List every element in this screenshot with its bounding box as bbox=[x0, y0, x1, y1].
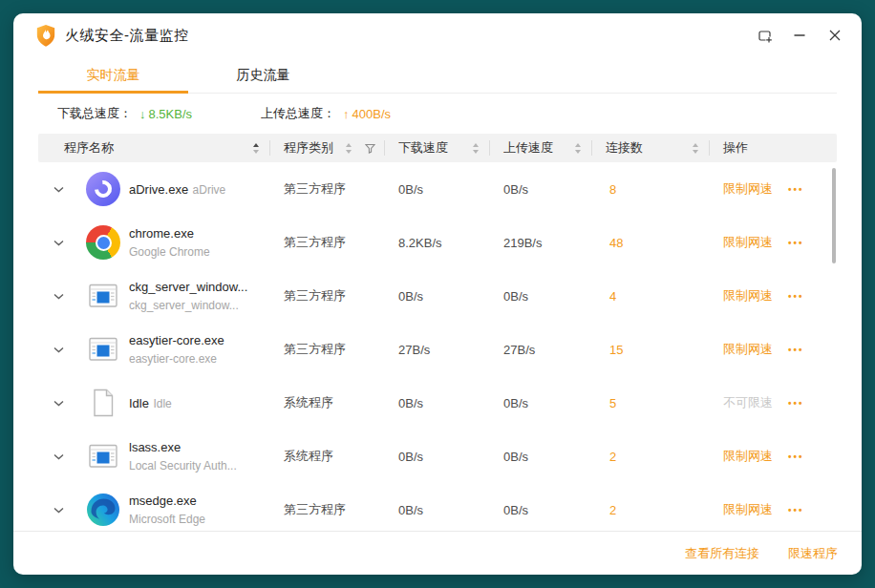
upload-total: 上传总速度： ↑ 400B/s bbox=[261, 105, 391, 122]
generic-app-icon bbox=[86, 439, 120, 473]
sort-icon[interactable] bbox=[575, 143, 581, 154]
download-arrow-icon: ↓ bbox=[139, 107, 146, 121]
chevron-down-icon[interactable] bbox=[53, 504, 64, 515]
connection-count: 2 bbox=[592, 450, 710, 464]
upload-arrow-icon: ↑ bbox=[343, 107, 350, 121]
limit-speed-link[interactable]: 限制网速 bbox=[723, 234, 773, 251]
upload-total-value: 400B/s bbox=[352, 107, 391, 121]
download-total-label: 下载总速度： bbox=[57, 105, 132, 122]
close-button[interactable] bbox=[822, 22, 848, 49]
process-name: lsass.exe bbox=[129, 440, 181, 454]
program-category: 第三方程序 bbox=[270, 287, 385, 304]
program-category: 系统程序 bbox=[270, 394, 385, 411]
limit-speed-link[interactable]: 限制网速 bbox=[723, 448, 773, 465]
limit-speed-link[interactable]: 限制网速 bbox=[723, 341, 773, 358]
process-description: Idle bbox=[153, 397, 171, 410]
table-row: Idle Idle 系统程序 0B/s 0B/s 5 不可限速 ••• bbox=[38, 376, 837, 430]
column-header-download-speed[interactable]: 下载速度 bbox=[385, 134, 490, 162]
upload-speed: 0B/s bbox=[490, 503, 592, 517]
more-actions-button[interactable]: ••• bbox=[788, 398, 804, 409]
table-row: aDrive.exe aDrive 第三方程序 0B/s 0B/s 8 限制网速… bbox=[38, 162, 837, 216]
sort-icon[interactable] bbox=[473, 143, 479, 154]
close-icon bbox=[828, 29, 842, 42]
upload-speed: 0B/s bbox=[490, 450, 592, 464]
actions-cell: 限制网速 ••• bbox=[710, 448, 837, 465]
more-actions-button[interactable]: ••• bbox=[788, 505, 804, 515]
column-header-upload-speed[interactable]: 上传速度 bbox=[490, 134, 592, 162]
process-name: aDrive.exe bbox=[129, 182, 188, 197]
actions-cell: 限制网速 ••• bbox=[710, 341, 837, 358]
download-total-value: 8.5KB/s bbox=[149, 107, 193, 121]
upload-speed: 0B/s bbox=[490, 289, 592, 304]
generic-app-icon bbox=[86, 279, 120, 313]
download-speed: 27B/s bbox=[385, 343, 490, 357]
download-speed: 8.2KB/s bbox=[385, 236, 490, 250]
more-actions-button[interactable]: ••• bbox=[788, 452, 804, 462]
scrollbar-thumb[interactable] bbox=[832, 168, 836, 263]
program-name-cell: msedge.exe Microsoft Edge bbox=[38, 492, 270, 528]
upload-speed: 219B/s bbox=[490, 236, 592, 250]
tab-bar: 实时流量 历史流量 bbox=[38, 57, 837, 94]
process-description: easytier-core.exe bbox=[129, 352, 217, 366]
chevron-down-icon[interactable] bbox=[53, 290, 64, 302]
minimize-icon bbox=[793, 29, 806, 42]
limit-speed-link[interactable]: 限制网速 bbox=[723, 180, 773, 198]
connection-count: 48 bbox=[592, 236, 710, 250]
more-actions-button[interactable]: ••• bbox=[788, 184, 804, 195]
tab-history-traffic[interactable]: 历史流量 bbox=[188, 57, 338, 93]
huorong-shield-logo-icon bbox=[35, 23, 56, 49]
limit-speed-link[interactable]: 限制网速 bbox=[723, 287, 773, 304]
chevron-down-icon[interactable] bbox=[53, 344, 64, 355]
filter-funnel-icon[interactable] bbox=[365, 143, 375, 154]
chevron-down-icon[interactable] bbox=[53, 183, 64, 195]
column-header-connections[interactable]: 连接数 bbox=[592, 134, 710, 162]
feedback-icon bbox=[757, 28, 773, 44]
actions-cell: 限制网速 ••• bbox=[710, 501, 837, 518]
download-speed: 0B/s bbox=[385, 503, 490, 517]
process-name: msedge.exe bbox=[129, 494, 197, 508]
column-header-program-name[interactable]: 程序名称 bbox=[38, 134, 270, 162]
traffic-totals: 下载总速度： ↓ 8.5KB/s 上传总速度： ↑ 400B/s bbox=[13, 94, 862, 134]
blank-document-icon bbox=[86, 386, 120, 420]
feedback-button[interactable] bbox=[751, 22, 778, 49]
desktop-background: 火绒安全-流量监控 bbox=[0, 0, 875, 588]
more-actions-button[interactable]: ••• bbox=[788, 345, 804, 355]
program-category: 第三方程序 bbox=[270, 180, 385, 198]
download-total: 下载总速度： ↓ 8.5KB/s bbox=[57, 105, 192, 122]
column-header-program-category[interactable]: 程序类别 bbox=[270, 134, 385, 162]
actions-cell: 限制网速 ••• bbox=[710, 180, 837, 198]
limit-programs-link[interactable]: 限速程序 bbox=[788, 545, 838, 562]
process-name: ckg_server_window... bbox=[129, 280, 247, 294]
upload-speed: 0B/s bbox=[490, 182, 592, 197]
chevron-down-icon[interactable] bbox=[53, 237, 64, 248]
process-name: chrome.exe bbox=[129, 226, 194, 241]
tab-realtime-traffic[interactable]: 实时流量 bbox=[38, 57, 188, 93]
process-description: ckg_server_window... bbox=[129, 299, 239, 312]
limit-speed-link[interactable]: 限制网速 bbox=[723, 501, 773, 518]
process-description: aDrive bbox=[193, 183, 226, 197]
generic-app-icon bbox=[86, 332, 120, 367]
sort-icon[interactable] bbox=[253, 143, 259, 154]
adrive-icon bbox=[86, 172, 120, 206]
sort-icon[interactable] bbox=[346, 143, 352, 154]
view-all-connections-link[interactable]: 查看所有连接 bbox=[685, 545, 759, 562]
table-row: lsass.exe Local Security Auth... 系统程序 0B… bbox=[38, 430, 837, 483]
titlebar: 火绒安全-流量监控 bbox=[13, 13, 862, 57]
upload-speed: 0B/s bbox=[490, 396, 592, 410]
more-actions-button[interactable]: ••• bbox=[788, 291, 804, 302]
chevron-down-icon[interactable] bbox=[53, 397, 64, 409]
program-category: 第三方程序 bbox=[270, 234, 385, 251]
download-speed: 0B/s bbox=[385, 289, 490, 304]
sort-icon[interactable] bbox=[693, 143, 698, 154]
window-controls bbox=[751, 22, 848, 49]
table-row: ckg_server_window... ckg_server_window..… bbox=[38, 269, 837, 323]
connection-count: 8 bbox=[592, 182, 710, 197]
chevron-down-icon[interactable] bbox=[53, 451, 64, 462]
actions-cell: 限制网速 ••• bbox=[710, 234, 837, 251]
download-speed: 0B/s bbox=[385, 182, 490, 197]
more-actions-button[interactable]: ••• bbox=[788, 238, 804, 248]
minimize-button[interactable] bbox=[786, 22, 813, 49]
connection-count: 2 bbox=[592, 503, 710, 517]
table-row: chrome.exe Google Chrome 第三方程序 8.2KB/s 2… bbox=[38, 216, 837, 269]
program-name-cell: ckg_server_window... ckg_server_window..… bbox=[38, 278, 270, 314]
